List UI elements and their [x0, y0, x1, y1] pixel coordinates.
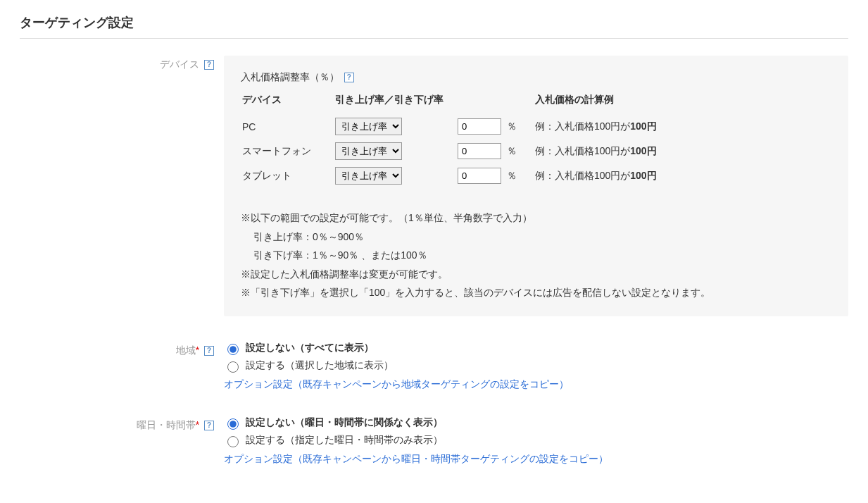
rate-type-select[interactable]: 引き上げ率 [335, 118, 402, 135]
th-rate: 引き上げ率／引き下げ率 [335, 94, 456, 113]
calc-example: 例：入札価格100円が100円 [535, 115, 669, 138]
schedule-radio-set[interactable] [227, 436, 239, 447]
device-name: PC [242, 115, 334, 138]
schedule-radio-none[interactable] [227, 418, 239, 430]
region-option-none-label: 設定しない（すべてに表示） [246, 342, 374, 354]
note-line: 引き上げ率：0％～900％ [241, 228, 831, 247]
label-schedule: 曜日・時間帯* ? [20, 416, 224, 432]
region-radio-none[interactable] [227, 344, 239, 355]
help-icon[interactable]: ? [344, 73, 354, 82]
rate-value-input[interactable] [458, 118, 501, 135]
device-notes: ※以下の範囲での設定が可能です。（1％単位、半角数字で入力） 引き上げ率：0％～… [241, 209, 831, 302]
note-line: ※設定した入札価格調整率は変更が可能です。 [241, 265, 831, 284]
schedule-option-none[interactable]: 設定しない（曜日・時間帯に関係なく表示） [224, 416, 848, 430]
label-region-text: 地域 [176, 344, 196, 356]
rate-type-select[interactable]: 引き上げ率 [335, 167, 402, 185]
schedule-option-set-label: 設定する（指定した曜日・時間帯のみ表示） [246, 434, 443, 447]
device-panel-title-text: 入札価格調整率（％） [241, 71, 339, 82]
th-device: デバイス [242, 94, 334, 113]
region-option-set-label: 設定する（選択した地域に表示） [246, 359, 394, 372]
help-icon[interactable]: ? [204, 421, 214, 430]
note-line: ※以下の範囲での設定が可能です。（1％単位、半角数字で入力） [241, 209, 831, 228]
region-copy-link[interactable]: オプション設定（既存キャンペーンから地域ターゲティングの設定をコピー） [224, 378, 569, 390]
label-schedule-text: 曜日・時間帯 [137, 419, 196, 430]
rate-value-input[interactable] [458, 168, 501, 184]
calc-example: 例：入札価格100円が100円 [535, 164, 669, 187]
table-row: タブレット 引き上げ率 ％ 例：入札価格100円が100円 [242, 164, 669, 187]
rate-type-select[interactable]: 引き上げ率 [335, 142, 402, 160]
label-region: 地域* ? [20, 342, 224, 357]
table-row: スマートフォン 引き上げ率 ％ 例：入札価格100円が100円 [242, 139, 669, 163]
region-option-set[interactable]: 設定する（選択した地域に表示） [224, 359, 848, 373]
device-table: デバイス 引き上げ率／引き下げ率 入札価格の計算例 PC 引き上げ率 [241, 92, 671, 189]
th-calc: 入札価格の計算例 [535, 94, 669, 113]
rate-value-input[interactable] [458, 143, 501, 159]
pct-label: ％ [507, 120, 517, 132]
calc-example: 例：入札価格100円が100円 [535, 139, 669, 163]
pct-label: ％ [507, 145, 517, 156]
label-device-text: デバイス [160, 58, 199, 70]
row-device: デバイス ? 入札価格調整率（％） ? デバイス 引き上げ率／引き下げ率 入札価… [20, 56, 848, 316]
table-row: PC 引き上げ率 ％ 例：入札価格100円が100円 [242, 115, 669, 138]
region-option-none[interactable]: 設定しない（すべてに表示） [224, 342, 848, 355]
region-radio-set[interactable] [227, 361, 239, 373]
device-panel: 入札価格調整率（％） ? デバイス 引き上げ率／引き下げ率 入札価格の計算例 P… [224, 56, 848, 316]
help-icon[interactable]: ? [204, 346, 214, 356]
schedule-option-set[interactable]: 設定する（指定した曜日・時間帯のみ表示） [224, 434, 848, 447]
device-name: スマートフォン [242, 139, 334, 163]
label-device: デバイス ? [20, 56, 224, 71]
pct-label: ％ [507, 170, 517, 181]
row-region: 地域* ? 設定しない（すべてに表示） 設定する（選択した地域に表示） オプショ… [20, 342, 848, 391]
row-schedule: 曜日・時間帯* ? 設定しない（曜日・時間帯に関係なく表示） 設定する（指定した… [20, 416, 848, 466]
section-title: ターゲティング設定 [20, 14, 848, 39]
schedule-copy-link[interactable]: オプション設定（既存キャンペーンから曜日・時間帯ターゲティングの設定をコピー） [224, 453, 608, 464]
schedule-option-none-label: 設定しない（曜日・時間帯に関係なく表示） [246, 416, 443, 429]
device-name: タブレット [242, 164, 334, 187]
note-line: 引き下げ率：1％～90％ 、または100％ [241, 246, 831, 265]
note-line: ※「引き下げ率」を選択し「100」を入力すると、該当のデバイスには広告を配信しな… [241, 283, 831, 302]
device-panel-title: 入札価格調整率（％） ? [241, 71, 831, 84]
help-icon[interactable]: ? [204, 60, 214, 70]
